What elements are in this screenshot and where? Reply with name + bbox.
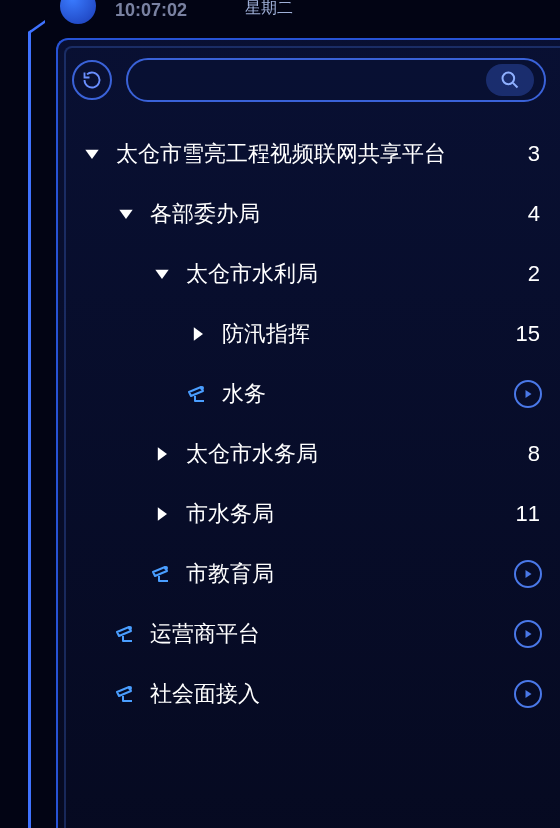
play-button[interactable] <box>514 620 542 648</box>
tree-node[interactable]: 社会面接入 <box>72 664 546 724</box>
svg-marker-13 <box>526 630 532 638</box>
svg-marker-9 <box>158 507 167 520</box>
camera-icon <box>182 382 214 406</box>
tree-node[interactable]: 防汛指挥15 <box>72 304 546 364</box>
tree-node-label: 各部委办局 <box>150 199 506 229</box>
svg-marker-7 <box>526 390 532 398</box>
svg-marker-15 <box>526 690 532 698</box>
camera-icon <box>146 562 178 586</box>
play-icon <box>522 568 534 580</box>
tree-node[interactable]: 运营商平台 <box>72 604 546 664</box>
sidebar-panel: 太仓市雪亮工程视频联网共享平台3各部委办局4太仓市水利局2防汛指挥15水务太仓市… <box>56 38 560 828</box>
refresh-button[interactable] <box>72 60 112 100</box>
chevron-down-icon <box>110 204 142 224</box>
svg-marker-8 <box>158 447 167 460</box>
chevron-down-icon <box>146 264 178 284</box>
play-icon <box>522 628 534 640</box>
svg-line-1 <box>513 83 518 88</box>
header-day-label: 星期二 <box>227 0 293 19</box>
tree-node-label: 水务 <box>222 379 514 409</box>
tree-node[interactable]: 市水务局11 <box>72 484 546 544</box>
tree-view: 太仓市雪亮工程视频联网共享平台3各部委办局4太仓市水利局2防汛指挥15水务太仓市… <box>72 120 546 724</box>
search-field[interactable] <box>126 58 546 102</box>
tree-node-count: 8 <box>506 441 546 467</box>
tree-node-label: 太仓市水务局 <box>186 439 506 469</box>
tree-node[interactable]: 太仓市水务局8 <box>72 424 546 484</box>
play-button[interactable] <box>514 380 542 408</box>
tree-node-label: 社会面接入 <box>150 679 514 709</box>
tree-node-label: 太仓市雪亮工程视频联网共享平台 <box>116 139 506 169</box>
svg-marker-4 <box>155 270 168 279</box>
camera-icon <box>110 682 142 706</box>
tree-node-count: 11 <box>506 501 546 527</box>
tree-node-count: 15 <box>506 321 546 347</box>
tree-node-label: 太仓市水利局 <box>186 259 506 289</box>
play-button[interactable] <box>514 680 542 708</box>
tree-node-label: 防汛指挥 <box>222 319 506 349</box>
tree-node-label: 运营商平台 <box>150 619 514 649</box>
chevron-right-icon <box>182 324 214 344</box>
svg-point-6 <box>201 387 203 389</box>
tree-node-label: 市水务局 <box>186 499 506 529</box>
svg-marker-3 <box>119 210 132 219</box>
camera-icon <box>110 622 142 646</box>
refresh-icon <box>82 70 102 90</box>
logo-circle <box>60 0 96 24</box>
svg-point-10 <box>165 567 167 569</box>
chevron-right-icon <box>146 504 178 524</box>
tree-node[interactable]: 市教育局 <box>72 544 546 604</box>
search-button[interactable] <box>486 64 534 96</box>
toolbar <box>72 58 546 102</box>
svg-point-12 <box>129 627 131 629</box>
tree-node-count: 3 <box>506 141 546 167</box>
svg-marker-2 <box>85 150 98 159</box>
tree-node[interactable]: 太仓市水利局2 <box>72 244 546 304</box>
svg-marker-5 <box>194 327 203 340</box>
tree-node[interactable]: 各部委办局4 <box>72 184 546 244</box>
header-time: 10:07:02 <box>115 0 187 21</box>
tree-node-label: 市教育局 <box>186 559 514 589</box>
tree-node[interactable]: 太仓市雪亮工程视频联网共享平台3 <box>72 124 546 184</box>
tree-node-count: 2 <box>506 261 546 287</box>
svg-point-14 <box>129 687 131 689</box>
decorative-rail <box>28 36 36 828</box>
tree-node-count: 4 <box>506 201 546 227</box>
play-icon <box>522 688 534 700</box>
svg-point-0 <box>503 73 515 85</box>
svg-marker-11 <box>526 570 532 578</box>
search-input[interactable] <box>148 70 486 91</box>
play-button[interactable] <box>514 560 542 588</box>
chevron-down-icon <box>76 144 108 164</box>
search-icon <box>500 70 520 90</box>
tree-node[interactable]: 水务 <box>72 364 546 424</box>
chevron-right-icon <box>146 444 178 464</box>
play-icon <box>522 388 534 400</box>
